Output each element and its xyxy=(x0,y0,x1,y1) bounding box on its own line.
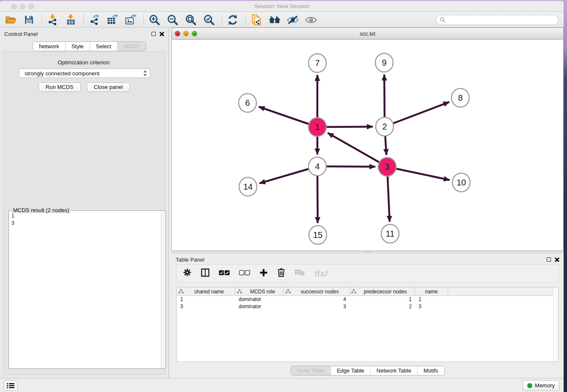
task-history-button[interactable] xyxy=(3,380,18,391)
tab-mcds[interactable]: MCDS xyxy=(118,42,146,51)
app-titlebar: Session: New Session xyxy=(0,1,564,12)
toolbar-separator xyxy=(143,14,144,26)
table-row[interactable]: 1dominator411 xyxy=(177,296,558,303)
svg-text:14: 14 xyxy=(243,182,253,191)
dropdown-stepper-icon xyxy=(143,70,147,77)
result-scrollbar[interactable] xyxy=(161,211,165,368)
tab-motifs[interactable]: Motifs xyxy=(418,366,444,375)
network-window-titlebar[interactable]: scc.txt xyxy=(172,28,563,40)
svg-text:2: 2 xyxy=(382,122,387,131)
graph-node-8[interactable]: 8 xyxy=(451,88,469,107)
cell-name: 1 xyxy=(415,296,448,303)
zoom-selected-icon[interactable] xyxy=(203,14,215,26)
memory-label: Memory xyxy=(535,382,555,389)
function-builder-icon[interactable]: f(x) xyxy=(314,269,327,278)
app-title: Session: New Session xyxy=(0,3,564,9)
column-header-mcds-role[interactable]: MCDS role xyxy=(235,287,284,295)
graph-node-9[interactable]: 9 xyxy=(375,53,393,72)
tab-network-table[interactable]: Network Table xyxy=(371,366,418,375)
mcds-result-text[interactable]: 13 xyxy=(9,212,160,368)
export-table-icon[interactable] xyxy=(106,14,119,26)
open-session-icon[interactable] xyxy=(4,14,17,26)
export-image-icon[interactable] xyxy=(124,14,137,26)
column-header-predecessor-nodes[interactable]: predecessor nodes xyxy=(350,287,415,295)
export-network-icon[interactable] xyxy=(88,14,101,26)
search-icon xyxy=(440,17,446,23)
optimization-label: Optimization criterion: xyxy=(3,59,165,66)
graph-node-6[interactable]: 6 xyxy=(239,94,256,112)
table-tabs: Node TableEdge TableNetwork TableMotifs xyxy=(290,366,444,375)
control-panel: Control Panel NetworkStyleSelectMCDS Opt… xyxy=(0,28,169,378)
svg-text:4: 4 xyxy=(315,162,319,171)
svg-text:11: 11 xyxy=(386,229,395,238)
float-panel-icon[interactable] xyxy=(151,32,156,36)
tab-select[interactable]: Select xyxy=(90,42,118,51)
edge-3-10[interactable] xyxy=(387,167,450,180)
hide-graphics-eye-icon[interactable] xyxy=(286,14,299,26)
delete-table-icon[interactable] xyxy=(295,269,305,278)
optimization-value: strongly connected component xyxy=(25,70,143,77)
column-header-name[interactable]: name xyxy=(415,287,448,295)
tab-node-table[interactable]: Node Table xyxy=(291,366,331,375)
import-table-icon[interactable] xyxy=(64,14,77,26)
close-panel-icon[interactable] xyxy=(160,31,164,36)
control-tabs: NetworkStyleSelectMCDS xyxy=(33,41,146,51)
graph-node-14[interactable]: 14 xyxy=(239,177,257,196)
deselect-all-checkboxes-icon[interactable] xyxy=(239,270,250,277)
float-table-panel-icon[interactable] xyxy=(547,257,551,262)
cell-mcds-role: dominator xyxy=(235,296,284,303)
table-panel: Table Panel f(x) shared nameMCDS role xyxy=(171,253,564,378)
table-settings-gear-icon[interactable] xyxy=(183,268,192,279)
save-session-icon[interactable] xyxy=(22,14,35,26)
add-row-plus-icon[interactable] xyxy=(259,268,268,279)
memory-button[interactable]: Memory xyxy=(523,380,559,391)
table-row[interactable]: 3dominator323 xyxy=(177,303,558,310)
graph-node-1[interactable]: 1 xyxy=(308,118,326,136)
zoom-in-icon[interactable] xyxy=(148,14,161,26)
cell-predecessor-nodes: 2 xyxy=(350,303,415,310)
graph-node-3[interactable]: 3 xyxy=(378,157,396,176)
table-scrollbar[interactable] xyxy=(553,287,558,362)
edge-3-1[interactable] xyxy=(328,133,387,167)
zoom-out-icon[interactable] xyxy=(166,14,179,26)
cell-shared-name: 1 xyxy=(177,296,235,303)
import-network-icon[interactable] xyxy=(46,14,59,26)
search-box[interactable] xyxy=(436,15,559,25)
home-icon[interactable] xyxy=(268,14,281,26)
close-table-panel-icon[interactable] xyxy=(555,257,559,262)
result-line: 3 xyxy=(11,220,158,227)
refresh-icon[interactable] xyxy=(226,14,239,26)
edge-2-8[interactable] xyxy=(385,102,449,127)
toolbar-separator xyxy=(222,14,222,26)
graph-node-15[interactable]: 15 xyxy=(309,226,327,244)
delete-row-trash-icon[interactable] xyxy=(277,268,285,279)
network-graph[interactable]: 7968124314101511 xyxy=(172,40,563,251)
node-table: shared nameMCDS rolesuccessor nodesprede… xyxy=(176,287,559,362)
graph-node-2[interactable]: 2 xyxy=(376,117,394,136)
network-canvas[interactable]: 7968124314101511 xyxy=(172,40,563,251)
memory-status-dot xyxy=(527,383,532,388)
optimization-dropdown[interactable]: strongly connected component xyxy=(19,69,150,78)
show-graphics-eye-icon[interactable] xyxy=(305,14,317,26)
graph-node-7[interactable]: 7 xyxy=(308,54,326,72)
close-panel-button[interactable]: Close panel xyxy=(87,83,130,92)
show-columns-icon[interactable] xyxy=(201,268,209,279)
network-title: scc.txt xyxy=(172,30,563,37)
cell-shared-name: 3 xyxy=(177,303,235,310)
zoom-fit-icon[interactable] xyxy=(184,14,197,26)
graph-node-4[interactable]: 4 xyxy=(308,157,326,176)
tab-network[interactable]: Network xyxy=(33,42,66,51)
tab-style[interactable]: Style xyxy=(66,42,90,51)
graph-node-10[interactable]: 10 xyxy=(452,173,470,192)
run-mcds-button[interactable]: Run MCDS xyxy=(39,83,81,92)
select-all-checkboxes-icon[interactable] xyxy=(219,270,230,277)
column-header-shared-name[interactable]: shared name xyxy=(177,287,235,295)
svg-text:6: 6 xyxy=(245,98,250,108)
graph-node-11[interactable]: 11 xyxy=(381,224,399,243)
clone-network-icon[interactable] xyxy=(250,14,263,26)
toolbar-separator xyxy=(83,14,84,26)
column-header-successor-nodes[interactable]: successor nodes xyxy=(284,287,350,295)
table-panel-title: Table Panel xyxy=(176,257,204,263)
search-input[interactable] xyxy=(448,17,558,23)
tab-edge-table[interactable]: Edge Table xyxy=(331,366,371,375)
